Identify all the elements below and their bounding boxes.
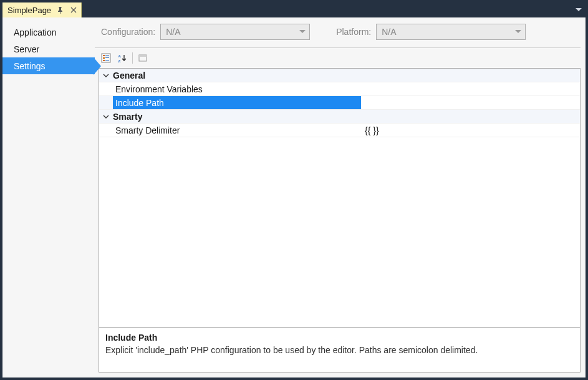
property-name: Smarty Delimiter	[115, 125, 180, 135]
help-description: Explicit 'include_path' PHP configuratio…	[105, 345, 574, 355]
pin-icon[interactable]	[56, 6, 64, 14]
help-title: Include Path	[105, 333, 574, 343]
svg-rect-1	[103, 55, 105, 56]
configuration-value: N/A	[166, 27, 180, 37]
sidebar-item-server[interactable]: Server	[2, 41, 95, 57]
property-row-include-path[interactable]: Include Path	[99, 96, 580, 110]
svg-rect-6	[105, 60, 109, 61]
property-help-box: Include Path Explicit 'include_path' PHP…	[99, 327, 580, 372]
platform-value: N/A	[382, 27, 396, 37]
property-value[interactable]	[361, 96, 580, 109]
category-label: General	[113, 71, 145, 80]
property-row-smarty-delimiter[interactable]: Smarty Delimiter {{ }}	[99, 124, 580, 137]
svg-rect-5	[103, 60, 105, 61]
platform-label: Platform:	[336, 27, 371, 37]
configuration-bar: Configuration: N/A Platform: N/A	[95, 17, 581, 47]
document-tab-strip: SimplePage	[2, 2, 586, 17]
property-row-environment-variables[interactable]: Environment Variables	[99, 82, 580, 96]
svg-rect-10	[139, 55, 147, 57]
document-tab-title: SimplePage	[7, 6, 51, 15]
close-icon[interactable]	[69, 6, 77, 14]
svg-rect-3	[103, 57, 105, 59]
property-name: Include Path	[115, 98, 164, 108]
sidebar-item-application[interactable]: Application	[2, 24, 95, 41]
configuration-label: Configuration:	[101, 27, 155, 37]
category-label: Smarty	[113, 112, 142, 122]
svg-rect-2	[105, 55, 109, 56]
property-name: Environment Variables	[115, 84, 203, 94]
sidebar-item-label: Server	[14, 44, 39, 54]
chevron-down-icon[interactable]	[99, 110, 113, 124]
sidebar-item-settings[interactable]: Settings	[2, 57, 95, 74]
chevron-down-icon	[299, 30, 306, 34]
sidebar-item-label: Settings	[14, 61, 46, 71]
svg-rect-4	[105, 57, 109, 58]
category-row-smarty[interactable]: Smarty	[99, 110, 580, 124]
property-value[interactable]: {{ }}	[361, 124, 580, 137]
category-sidebar: Application Server Settings	[2, 17, 95, 378]
property-grid[interactable]: General Environment Variables Inc	[99, 69, 580, 327]
svg-text:A: A	[118, 54, 121, 59]
tab-overflow-menu-icon[interactable]	[576, 2, 582, 17]
property-value[interactable]	[361, 82, 580, 95]
chevron-down-icon	[515, 30, 521, 34]
property-grid-panel: General Environment Variables Inc	[99, 68, 581, 373]
svg-text:Z: Z	[118, 59, 121, 63]
platform-combo[interactable]: N/A	[376, 24, 526, 40]
toolbar-separator	[132, 52, 133, 64]
category-row-general[interactable]: General	[99, 69, 580, 82]
configuration-combo[interactable]: N/A	[160, 24, 310, 40]
property-pages-button[interactable]	[135, 51, 150, 65]
property-grid-toolbar: A Z	[99, 50, 581, 66]
chevron-down-icon[interactable]	[99, 69, 113, 82]
sidebar-item-label: Application	[14, 27, 57, 37]
document-tab[interactable]: SimplePage	[2, 2, 82, 17]
editor-window: SimplePage Application Server	[0, 0, 588, 380]
alphabetical-view-button[interactable]: A Z	[115, 51, 130, 65]
